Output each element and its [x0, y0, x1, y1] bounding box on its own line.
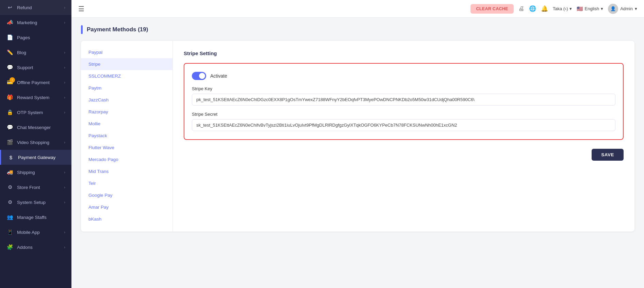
payment-list-item-razorpay[interactable]: Razorpay [81, 106, 172, 118]
user-menu[interactable]: 👤 Admin ▾ [608, 4, 637, 14]
print-icon[interactable]: 🖨 [518, 5, 524, 12]
sidebar-label-marketing: Marketing [17, 20, 37, 25]
otp-system-icon: 🔒 [6, 109, 14, 116]
language-label: English [585, 6, 599, 11]
sidebar-item-addons[interactable]: 🧩Addons› [0, 240, 71, 255]
bell-icon[interactable]: 🔔 [541, 5, 548, 12]
flag-icon: 🇺🇸 [577, 6, 583, 12]
chat-messenger-icon: 💬 [6, 124, 14, 131]
marketing-icon: 📣 [6, 19, 14, 26]
payment-list-item-google-pay[interactable]: Google Pay [81, 189, 172, 201]
stripe-settings-bordered: Activate Stripe Key Stripe Secret [184, 63, 624, 140]
payment-list-item-paytm[interactable]: Paytm [81, 82, 172, 94]
sidebar-item-refund[interactable]: ↩Refund› [0, 0, 71, 15]
payment-list-item-paypal[interactable]: Paypal [81, 46, 172, 58]
sidebar-label-chat-messenger: Chat Messenger [17, 125, 51, 130]
topbar: ☰ CLEAR CACHE 🖨 🌐 🔔 Taka (৳) ▾ 🇺🇸 Englis… [71, 0, 644, 18]
sidebar-item-store-front[interactable]: ⚙Store Front› [0, 180, 71, 195]
stripe-secret-input[interactable] [192, 119, 615, 131]
addons-chevron-icon: › [64, 245, 65, 249]
payment-gateway-icon: $ [7, 154, 15, 161]
sidebar-label-otp-system: OTP System [17, 110, 43, 115]
globe-icon[interactable]: 🌐 [529, 5, 536, 12]
store-front-icon: ⚙ [6, 183, 14, 191]
activate-toggle[interactable] [192, 72, 206, 80]
user-chevron-icon: ▾ [635, 6, 637, 11]
payment-list-item-mercado-pago[interactable]: Mercado Pago [81, 154, 172, 165]
mobile-app-icon: 📱 [6, 228, 14, 236]
payment-list-item-bkash[interactable]: bKash [81, 213, 172, 225]
hamburger-icon[interactable]: ☰ [78, 5, 84, 13]
payment-list-item-jazzcash[interactable]: JazzCash [81, 94, 172, 106]
payment-list-item-stripe[interactable]: Stripe [81, 58, 172, 70]
sidebar-item-support[interactable]: 💬Support› [0, 60, 71, 75]
lang-chevron-icon: ▾ [601, 6, 603, 11]
sidebar-label-addons: Addons [17, 245, 33, 250]
sidebar-item-payment-gateway[interactable]: $Payment Gateway [0, 150, 71, 165]
sidebar-label-mobile-app: Mobile App [17, 230, 40, 235]
system-setup-icon: ⚙ [6, 198, 14, 206]
activate-row: Activate [192, 72, 615, 80]
header-accent-bar [81, 25, 83, 34]
save-button[interactable]: SAVE [592, 149, 624, 161]
sidebar-item-blog[interactable]: ✏️Blog› [0, 45, 71, 60]
sidebar-label-blog: Blog [17, 50, 26, 55]
currency-selector[interactable]: Taka (৳) ▾ [553, 6, 572, 12]
refund-chevron-icon: › [64, 5, 65, 10]
payment-list-item-sslcommerz[interactable]: SSLCOMMERZ [81, 70, 172, 82]
mobile-app-chevron-icon: › [64, 230, 65, 234]
sidebar-label-shipping: Shipping [17, 170, 35, 175]
sidebar-item-manage-staffs[interactable]: 👥Manage Staffs [0, 210, 71, 225]
offline-payment-badge: ! [10, 77, 15, 83]
shipping-chevron-icon: › [64, 170, 65, 174]
sidebar-item-otp-system[interactable]: 🔒OTP System› [0, 105, 71, 120]
payment-list-item-flutter-wave[interactable]: Flutter Wave [81, 142, 172, 154]
payment-list-item-mollie[interactable]: Mollie [81, 118, 172, 130]
topbar-right: CLEAR CACHE 🖨 🌐 🔔 Taka (৳) ▾ 🇺🇸 English … [470, 4, 637, 14]
sidebar-label-payment-gateway: Payment Gateway [18, 155, 55, 160]
activate-label: Activate [210, 73, 227, 79]
stripe-key-label: Stripe Key [192, 86, 615, 91]
payment-list-item-amar-pay[interactable]: Amar Pay [81, 201, 172, 213]
sidebar-item-system-setup[interactable]: ⚙System Setup› [0, 195, 71, 210]
sidebar-item-marketing[interactable]: 📣Marketing› [0, 15, 71, 30]
marketing-chevron-icon: › [64, 20, 65, 25]
payment-methods-panel: PaypalStripeSSLCOMMERZPaytmJazzCashRazor… [81, 41, 634, 231]
reward-system-icon: 🎁 [6, 94, 14, 101]
sidebar-label-system-setup: System Setup [17, 200, 46, 205]
sidebar-label-store-front: Store Front [17, 185, 40, 190]
page-header: Payment Methods (19) [81, 25, 634, 34]
language-selector[interactable]: 🇺🇸 English ▾ [577, 6, 604, 12]
sidebar-label-support: Support [17, 65, 33, 70]
pages-icon: 📄 [6, 34, 14, 41]
sidebar-label-manage-staffs: Manage Staffs [17, 215, 47, 220]
refund-icon: ↩ [6, 4, 14, 11]
payment-method-list: PaypalStripeSSLCOMMERZPaytmJazzCashRazor… [81, 41, 173, 231]
clear-cache-button[interactable]: CLEAR CACHE [470, 4, 513, 14]
payment-list-item-mid-trans[interactable]: Mid Trans [81, 165, 172, 177]
sidebar-item-video-shopping[interactable]: 🎬Video Shopping› [0, 135, 71, 150]
support-chevron-icon: › [64, 65, 65, 69]
sidebar-label-offline-payment: Offline Payment [17, 80, 50, 85]
content-area: Payment Methods (19) PaypalStripeSSLCOMM… [71, 18, 644, 288]
sidebar-item-chat-messenger[interactable]: 💬Chat Messenger [0, 120, 71, 135]
currency-chevron-icon: ▾ [569, 6, 572, 11]
system-setup-chevron-icon: › [64, 200, 65, 204]
sidebar-item-mobile-app[interactable]: 📱Mobile App› [0, 225, 71, 240]
sidebar-item-pages[interactable]: 📄Pages [0, 30, 71, 45]
video-shopping-chevron-icon: › [64, 140, 65, 144]
sidebar-item-shipping[interactable]: 🚚Shipping› [0, 165, 71, 180]
payment-list-item-telr[interactable]: Telr [81, 177, 172, 189]
addons-icon: 🧩 [6, 243, 14, 251]
shipping-icon: 🚚 [6, 169, 14, 176]
sidebar-label-pages: Pages [17, 35, 30, 40]
video-shopping-icon: 🎬 [6, 139, 14, 146]
sidebar-item-reward-system[interactable]: 🎁Reward System› [0, 90, 71, 105]
payment-list-item-paystack[interactable]: Paystack [81, 130, 172, 142]
reward-system-chevron-icon: › [64, 95, 65, 99]
form-section-title: Stripe Setting [184, 50, 624, 56]
stripe-key-input[interactable] [192, 94, 615, 106]
sidebar-label-video-shopping: Video Shopping [17, 140, 49, 145]
support-icon: 💬 [6, 64, 14, 71]
sidebar-item-offline-payment[interactable]: 💳!Offline Payment› [0, 75, 71, 90]
